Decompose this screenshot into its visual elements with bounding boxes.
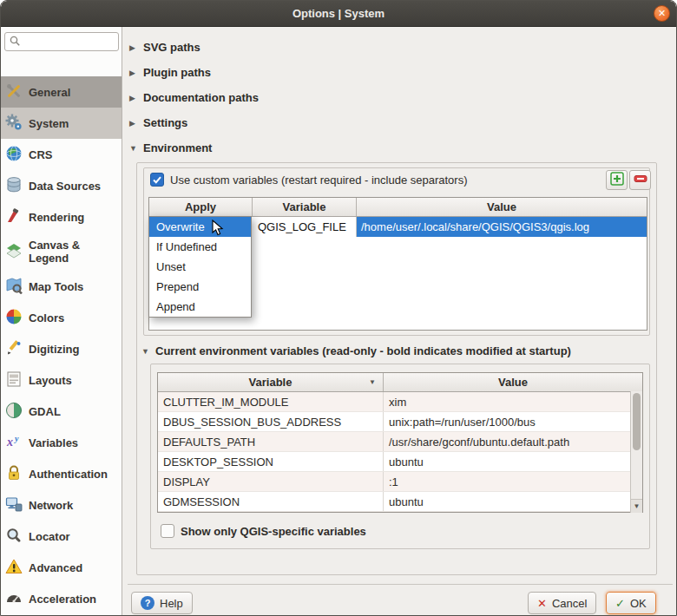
paintbrush-icon <box>5 207 23 227</box>
gear-icon <box>5 114 23 134</box>
sidebar-item-label: Advanced <box>29 561 119 574</box>
sidebar-item-label: General <box>29 86 119 99</box>
table-row: DISPLAY :1 <box>158 472 642 492</box>
variable-cell[interactable]: QGIS_LOG_FILE <box>253 217 357 237</box>
sidebar-item-canvas-legend[interactable]: Canvas & Legend <box>1 233 122 271</box>
scroll-down-icon: ▼ <box>634 502 641 510</box>
plus-icon <box>610 172 624 188</box>
warning-icon <box>5 558 23 578</box>
sidebar-item-label: Map Tools <box>29 280 119 293</box>
column-header-apply: Apply <box>149 198 253 216</box>
add-variable-button[interactable] <box>606 170 628 190</box>
table-scrollbar[interactable]: ▼ <box>630 391 642 513</box>
use-custom-variables-label: Use custom variables (restart required -… <box>170 174 467 187</box>
dropdown-option-append[interactable]: Append <box>149 297 251 317</box>
section-documentation-paths[interactable]: ▶ Documentation paths <box>129 91 259 104</box>
search-input[interactable] <box>24 36 113 49</box>
sidebar-item-label: Rendering <box>29 211 119 224</box>
remove-variable-button[interactable] <box>629 170 651 190</box>
value-cell[interactable]: /home/user/.local/share/QGIS/QGIS3/qgis.… <box>357 217 647 237</box>
sidebar-search[interactable] <box>4 32 119 51</box>
footer-separator <box>128 584 673 585</box>
apply-dropdown: Overwrite If Undefined Unset Prepend App… <box>148 216 252 318</box>
value-cell: /usr/share/gconf/ubuntu.default.path <box>384 432 642 451</box>
dropdown-option-overwrite[interactable]: Overwrite <box>149 217 251 237</box>
use-custom-variables-row: Use custom variables (restart required -… <box>150 173 467 187</box>
table-row: GDMSESSION ubuntu <box>158 492 642 512</box>
sidebar-item-label: Authentication <box>29 468 119 481</box>
sidebar-item-map-tools[interactable]: Map Tools <box>1 271 122 302</box>
sidebar-item-label: CRS <box>29 148 119 161</box>
section-settings[interactable]: ▶ Settings <box>129 116 187 129</box>
tools-icon <box>5 82 23 102</box>
section-environment[interactable]: ▼ Environment <box>129 141 212 154</box>
column-header-value[interactable]: Value <box>384 373 642 391</box>
table-row: CLUTTER_IM_MODULE xim <box>158 392 642 412</box>
network-icon <box>5 495 23 515</box>
sidebar-item-advanced[interactable]: Advanced <box>1 552 122 583</box>
section-current-env[interactable]: ▼ Current environment variables (read-on… <box>141 344 571 357</box>
section-plugin-paths[interactable]: ▶ Plugin paths <box>129 66 211 79</box>
ok-button[interactable]: ✓ OK <box>606 592 656 614</box>
column-header-label: Variable <box>249 376 292 389</box>
window-title: Options | System <box>292 7 385 20</box>
sidebar-item-network[interactable]: Network <box>1 489 122 521</box>
sidebar-item-colors[interactable]: Colors <box>1 302 122 333</box>
custom-variables-table-header: Apply Variable Value <box>149 198 647 217</box>
sidebar-item-general[interactable]: General <box>1 76 122 108</box>
variable-cell: GDMSESSION <box>158 492 384 511</box>
sidebar-item-layouts[interactable]: Layouts <box>1 364 122 396</box>
use-custom-variables-checkbox[interactable] <box>150 173 164 187</box>
column-header-value: Value <box>357 198 647 216</box>
cancel-button[interactable]: ✕ Cancel <box>528 592 596 614</box>
sidebar-item-crs[interactable]: CRS <box>1 139 122 170</box>
table-row: DESKTOP_SESSION ubuntu <box>158 452 642 472</box>
chevron-right-icon: ▶ <box>129 119 138 128</box>
section-label: SVG paths <box>143 41 200 54</box>
scrollbar-thumb[interactable] <box>633 393 641 450</box>
ok-icon: ✓ <box>615 597 625 610</box>
close-button[interactable]: ✕ <box>654 5 670 22</box>
sidebar-item-authentication[interactable]: Authentication <box>1 458 122 489</box>
chevron-down-icon: ▼ <box>141 347 150 356</box>
section-label: Plugin paths <box>143 66 211 79</box>
sidebar-item-acceleration[interactable]: Acceleration <box>1 583 122 614</box>
lock-icon <box>5 464 23 484</box>
section-label: Environment <box>143 141 212 154</box>
help-button[interactable]: ? Help <box>131 592 193 614</box>
options-dialog: Options | System ✕ General System CRS <box>0 0 677 616</box>
sidebar-item-digitizing[interactable]: Digitizing <box>1 333 122 364</box>
scrollbar-down-button[interactable]: ▼ <box>631 499 642 513</box>
sidebar-item-data-sources[interactable]: Data Sources <box>1 170 122 201</box>
sidebar: General System CRS Data Sources Renderin… <box>1 27 122 616</box>
sidebar-nav: General System CRS Data Sources Renderin… <box>1 76 122 616</box>
dropdown-option-prepend[interactable]: Prepend <box>149 277 251 297</box>
sidebar-item-label: Canvas & Legend <box>29 239 119 265</box>
variable-cell: DBUS_SESSION_BUS_ADDRESS <box>158 412 384 431</box>
sidebar-item-rendering[interactable]: Rendering <box>1 201 122 233</box>
svg-text:x: x <box>6 436 13 449</box>
search-icon <box>9 35 21 49</box>
show-only-qgis-label: Show only QGIS-specific variables <box>181 525 366 538</box>
minus-icon <box>634 172 647 188</box>
column-header-label: Value <box>498 376 528 389</box>
section-svg-paths[interactable]: ▶ SVG paths <box>129 41 200 54</box>
sidebar-item-locator[interactable]: Locator <box>1 521 122 552</box>
magnifier-icon <box>5 527 23 547</box>
cancel-button-label: Cancel <box>552 597 587 610</box>
chevron-right-icon: ▶ <box>129 43 138 52</box>
sidebar-item-system[interactable]: System <box>1 108 122 139</box>
environment-variables-table-header: Variable ▼ Value <box>158 373 642 392</box>
dropdown-option-if-undefined[interactable]: If Undefined <box>149 237 251 257</box>
sidebar-item-variables[interactable]: xy Variables <box>1 427 122 458</box>
table-row: DBUS_SESSION_BUS_ADDRESS unix:path=/run/… <box>158 412 642 432</box>
sidebar-item-gdal[interactable]: GDAL <box>1 396 122 427</box>
chevron-right-icon: ▶ <box>129 94 138 102</box>
globe-icon <box>5 145 23 165</box>
sidebar-item-label: Acceleration <box>29 593 119 606</box>
show-only-qgis-checkbox[interactable] <box>161 524 174 538</box>
dropdown-option-unset[interactable]: Unset <box>149 257 251 277</box>
layers-icon <box>5 242 23 262</box>
titlebar[interactable]: Options | System ✕ <box>1 1 676 27</box>
column-header-variable[interactable]: Variable ▼ <box>158 373 384 391</box>
